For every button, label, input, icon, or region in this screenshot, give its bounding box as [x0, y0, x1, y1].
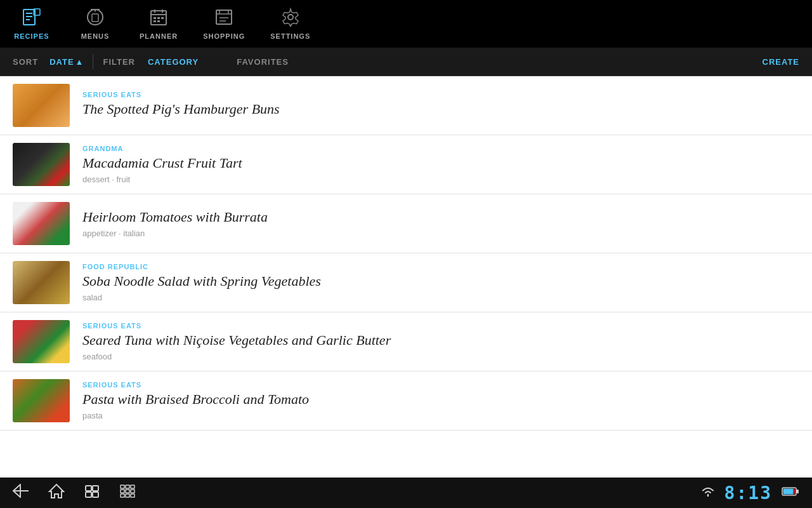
svg-marker-27: [49, 485, 63, 498]
system-status: 8:13: [701, 483, 799, 504]
nav-label-settings: SETTINGS: [270, 32, 310, 40]
svg-point-5: [88, 10, 103, 25]
svg-rect-37: [131, 490, 134, 493]
recipe-title: Seared Tuna with Niçoise Vegetables and …: [82, 332, 799, 349]
svg-rect-39: [126, 494, 129, 497]
category-button[interactable]: CATEGORY: [148, 57, 199, 67]
svg-rect-34: [131, 485, 134, 488]
shopping-icon: [214, 8, 233, 30]
nav-item-recipes[interactable]: RECIPES: [13, 8, 51, 40]
svg-rect-31: [93, 492, 98, 497]
recipe-info: FOOD REPUBLICSoba Noodle Salad with Spri…: [82, 263, 799, 302]
filter-button[interactable]: FILTER: [103, 57, 135, 67]
recipe-title: The Spotted Pig's Hamburger Buns: [82, 101, 799, 117]
nav-label-shopping: SHOPPING: [203, 32, 245, 40]
recents-icon[interactable]: [84, 484, 100, 502]
svg-rect-33: [126, 485, 129, 488]
svg-rect-15: [161, 17, 164, 19]
svg-rect-40: [131, 494, 134, 497]
svg-rect-13: [154, 17, 156, 19]
recipes-icon: [22, 8, 41, 30]
svg-rect-14: [157, 17, 160, 19]
svg-rect-38: [121, 494, 124, 497]
svg-rect-7: [92, 14, 98, 22]
recipe-thumbnail: [13, 261, 70, 304]
svg-rect-43: [796, 490, 799, 493]
recipe-list: SERIOUS EATSThe Spotted Pig's Hamburger …: [0, 76, 812, 478]
menus-icon: [86, 8, 105, 30]
nav-label-planner: PLANNER: [140, 32, 178, 40]
svg-rect-35: [121, 490, 124, 493]
planner-icon: [149, 8, 168, 30]
system-bar: 8:13: [0, 478, 812, 508]
sort-date-button[interactable]: DATE: [49, 57, 74, 67]
recipe-thumbnail: [13, 202, 70, 245]
recipe-thumbnail: [13, 84, 70, 127]
home-icon[interactable]: [48, 483, 65, 502]
recipe-source: FOOD REPUBLIC: [82, 263, 799, 271]
svg-rect-32: [121, 485, 124, 488]
recipe-thumbnail: [13, 379, 70, 422]
recipe-item[interactable]: GRANDMAMacadamia Crust Fruit Tartdessert…: [0, 135, 812, 194]
recipe-tags: dessert · fruit: [82, 175, 799, 184]
sort-arrow-icon: ▲: [75, 57, 84, 67]
recipe-source: SERIOUS EATS: [82, 322, 799, 330]
svg-rect-18: [216, 10, 232, 24]
svg-rect-16: [154, 20, 156, 22]
recipe-info: SERIOUS EATSSeared Tuna with Niçoise Veg…: [82, 322, 799, 361]
svg-rect-42: [783, 488, 794, 494]
recipe-tags: seafood: [82, 352, 799, 361]
recipe-item[interactable]: SERIOUS EATSSeared Tuna with Niçoise Veg…: [0, 312, 812, 371]
filter-divider: [93, 54, 93, 69]
system-nav-icons: [13, 483, 136, 502]
back-icon[interactable]: [13, 484, 29, 502]
nav-item-planner[interactable]: PLANNER: [140, 8, 178, 40]
recipe-info: SERIOUS EATSPasta with Braised Broccoli …: [82, 381, 799, 420]
settings-icon: [281, 8, 300, 30]
top-navigation: RECIPES MENUS P: [0, 0, 812, 48]
nav-item-settings[interactable]: SETTINGS: [270, 8, 310, 40]
sort-label: SORT: [13, 57, 38, 67]
system-time: 8:13: [724, 483, 772, 504]
nav-item-shopping[interactable]: SHOPPING: [203, 8, 245, 40]
svg-rect-30: [86, 492, 91, 497]
nav-label-menus: MENUS: [81, 32, 110, 40]
recipe-source: GRANDMA: [82, 145, 799, 152]
recipe-item[interactable]: FOOD REPUBLICSoba Noodle Salad with Spri…: [0, 253, 812, 312]
recipe-item[interactable]: SERIOUS EATSThe Spotted Pig's Hamburger …: [0, 76, 812, 135]
recipe-info: GRANDMAMacadamia Crust Fruit Tartdessert…: [82, 145, 799, 184]
recipe-thumbnail: [13, 320, 70, 363]
recipe-item[interactable]: Heirloom Tomatoes with Burrataappetizer …: [0, 194, 812, 253]
recipe-thumbnail: [13, 143, 70, 186]
create-button[interactable]: CREATE: [763, 57, 799, 67]
svg-rect-17: [157, 20, 160, 22]
favorites-button[interactable]: FAVORITES: [237, 57, 289, 67]
battery-icon: [782, 486, 799, 500]
svg-rect-29: [93, 486, 98, 491]
nav-item-menus[interactable]: MENUS: [76, 8, 114, 40]
recipe-source: SERIOUS EATS: [82, 381, 799, 389]
svg-rect-28: [86, 486, 91, 491]
svg-rect-36: [126, 490, 129, 493]
recipe-title: Heirloom Tomatoes with Burrata: [82, 209, 799, 225]
filter-bar: SORT DATE ▲ FILTER CATEGORY FAVORITES CR…: [0, 48, 812, 76]
recipe-source: SERIOUS EATS: [82, 91, 799, 98]
recipe-item[interactable]: SERIOUS EATSPasta with Braised Broccoli …: [0, 371, 812, 431]
wifi-icon: [701, 486, 715, 500]
recipe-tags: salad: [82, 293, 799, 302]
recipe-title: Pasta with Braised Broccoli and Tomato: [82, 391, 799, 408]
grid-icon[interactable]: [119, 484, 136, 502]
recipe-title: Macadamia Crust Fruit Tart: [82, 155, 799, 171]
recipe-title: Soba Noodle Salad with Spring Vegetables: [82, 273, 799, 290]
svg-point-24: [288, 15, 293, 20]
recipe-tags: appetizer · italian: [82, 229, 799, 238]
recipe-info: SERIOUS EATSThe Spotted Pig's Hamburger …: [82, 91, 799, 121]
recipe-tags: pasta: [82, 411, 799, 420]
recipe-info: Heirloom Tomatoes with Burrataappetizer …: [82, 209, 799, 238]
nav-label-recipes: RECIPES: [14, 32, 49, 40]
